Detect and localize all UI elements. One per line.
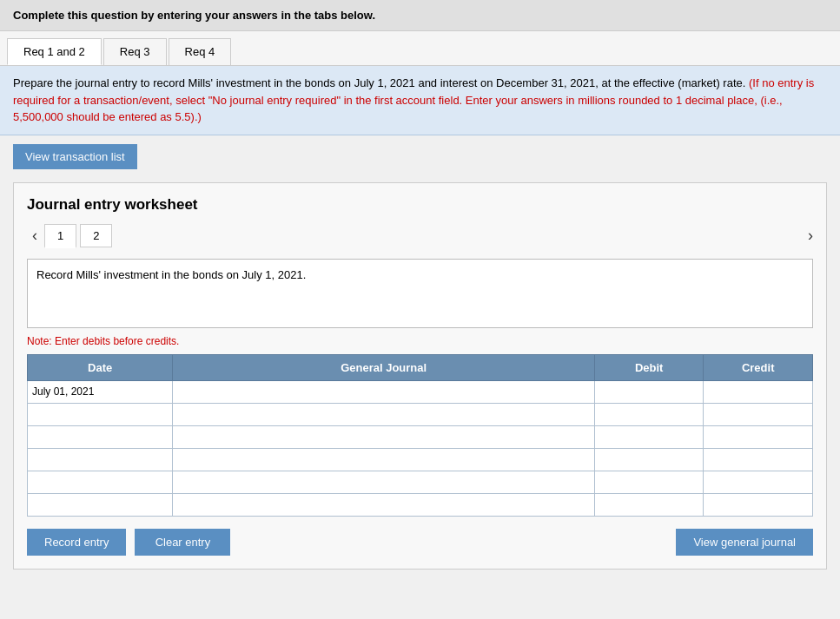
date-cell-6[interactable] bbox=[28, 493, 173, 516]
top-bar-text: Complete this question by entering your … bbox=[13, 9, 375, 22]
debit-cell-2[interactable] bbox=[594, 403, 704, 425]
journal-cell-6[interactable] bbox=[173, 493, 594, 516]
journal-input-1[interactable] bbox=[173, 381, 593, 403]
buttons-row: Record entry Clear entry View general jo… bbox=[27, 529, 813, 556]
tabs-container: Req 1 and 2 Req 3 Req 4 bbox=[0, 31, 840, 66]
credit-input-5[interactable] bbox=[704, 471, 812, 493]
col-debit: Debit bbox=[594, 354, 704, 380]
table-row bbox=[28, 425, 813, 448]
journal-input-5[interactable] bbox=[173, 471, 593, 493]
table-row bbox=[28, 448, 813, 471]
credit-cell-1[interactable] bbox=[704, 380, 813, 403]
table-row: July 01, 2021 bbox=[28, 380, 813, 403]
date-input-4[interactable] bbox=[28, 449, 172, 471]
credit-input-6[interactable] bbox=[704, 494, 812, 516]
page-tab-2[interactable]: 2 bbox=[80, 224, 112, 247]
page-tab-1[interactable]: 1 bbox=[44, 224, 76, 248]
worksheet-title: Journal entry worksheet bbox=[27, 196, 813, 214]
tab-req3[interactable]: Req 3 bbox=[103, 38, 167, 65]
nav-row: ‹ 1 2 › bbox=[27, 224, 813, 248]
journal-input-3[interactable] bbox=[173, 426, 593, 448]
credit-cell-2[interactable] bbox=[704, 403, 813, 425]
credit-input-2[interactable] bbox=[704, 404, 812, 425]
debit-cell-5[interactable] bbox=[594, 471, 704, 493]
table-row bbox=[28, 493, 813, 516]
description-text: Record Mills' investment in the bonds on… bbox=[36, 268, 306, 281]
debit-input-2[interactable] bbox=[595, 404, 704, 425]
description-box: Record Mills' investment in the bonds on… bbox=[27, 259, 813, 328]
debit-input-1[interactable] bbox=[595, 381, 704, 403]
tab-req1and2[interactable]: Req 1 and 2 bbox=[7, 38, 102, 65]
date-cell-1: July 01, 2021 bbox=[28, 380, 173, 403]
view-general-journal-button[interactable]: View general journal bbox=[676, 529, 813, 556]
credit-cell-5[interactable] bbox=[704, 471, 813, 493]
debit-cell-3[interactable] bbox=[594, 425, 704, 448]
credit-cell-3[interactable] bbox=[704, 425, 813, 448]
credit-cell-4[interactable] bbox=[704, 448, 813, 471]
instruction-box: Prepare the journal entry to record Mill… bbox=[0, 66, 840, 135]
debit-cell-6[interactable] bbox=[594, 493, 704, 516]
date-cell-4[interactable] bbox=[28, 448, 173, 471]
date-cell-3[interactable] bbox=[28, 425, 173, 448]
date-input-3[interactable] bbox=[28, 426, 172, 448]
journal-table: Date General Journal Debit Credit July 0… bbox=[27, 354, 813, 517]
credit-cell-6[interactable] bbox=[704, 493, 813, 516]
prev-arrow[interactable]: ‹ bbox=[27, 225, 43, 247]
tab-req4[interactable]: Req 4 bbox=[169, 38, 232, 65]
next-arrow[interactable]: › bbox=[808, 227, 813, 245]
clear-entry-button[interactable]: Clear entry bbox=[135, 529, 230, 556]
journal-cell-4[interactable] bbox=[173, 448, 594, 471]
debit-cell-1[interactable] bbox=[594, 380, 704, 403]
debit-cell-4[interactable] bbox=[594, 448, 704, 471]
col-date: Date bbox=[28, 354, 173, 380]
table-row bbox=[28, 403, 813, 425]
note-text: Note: Enter debits before credits. bbox=[27, 335, 813, 347]
date-input-6[interactable] bbox=[28, 494, 172, 516]
instruction-main: Prepare the journal entry to record Mill… bbox=[13, 76, 745, 89]
credit-input-4[interactable] bbox=[704, 449, 812, 471]
date-cell-2[interactable] bbox=[28, 403, 173, 425]
journal-cell-3[interactable] bbox=[173, 425, 594, 448]
date-cell-5[interactable] bbox=[28, 471, 173, 493]
journal-input-2[interactable] bbox=[173, 404, 593, 425]
credit-input-3[interactable] bbox=[704, 426, 812, 448]
debit-input-4[interactable] bbox=[595, 449, 704, 471]
top-bar: Complete this question by entering your … bbox=[0, 0, 840, 31]
journal-cell-2[interactable] bbox=[173, 403, 594, 425]
col-credit: Credit bbox=[704, 354, 813, 380]
view-transaction-button[interactable]: View transaction list bbox=[13, 144, 137, 169]
debit-input-5[interactable] bbox=[595, 471, 704, 493]
debit-input-6[interactable] bbox=[595, 494, 704, 516]
table-row bbox=[28, 471, 813, 493]
date-input-5[interactable] bbox=[28, 471, 172, 493]
col-journal: General Journal bbox=[173, 354, 594, 380]
journal-cell-1[interactable] bbox=[173, 380, 594, 403]
worksheet-container: Journal entry worksheet ‹ 1 2 › Record M… bbox=[13, 182, 827, 570]
credit-input-1[interactable] bbox=[704, 381, 812, 403]
journal-input-6[interactable] bbox=[173, 494, 593, 516]
date-input-2[interactable] bbox=[28, 404, 172, 425]
record-entry-button[interactable]: Record entry bbox=[27, 529, 126, 556]
journal-input-4[interactable] bbox=[173, 449, 593, 471]
debit-input-3[interactable] bbox=[595, 426, 704, 448]
journal-cell-5[interactable] bbox=[173, 471, 594, 493]
